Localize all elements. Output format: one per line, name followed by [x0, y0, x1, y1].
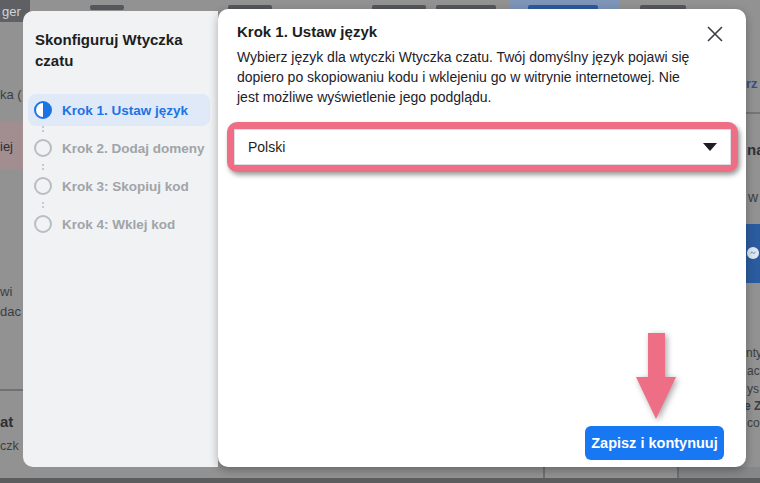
step-heading: Krok 1. Ustaw język [237, 23, 377, 40]
close-icon [706, 25, 724, 43]
step-description: Wybierz język dla wtyczki Wtyczka czatu.… [237, 47, 705, 107]
step-label: Krok 1. Ustaw język [62, 103, 188, 118]
step-circle-icon [34, 139, 52, 157]
language-select[interactable]: Polski [234, 129, 731, 165]
step-item-3[interactable]: Krok 3: Skopiuj kod [28, 170, 210, 202]
background-text-fragment: dac [0, 305, 21, 318]
annotation-highlight-box: Polski [227, 122, 738, 172]
annotation-arrow-shaft [648, 333, 665, 379]
dimmed-tab-text [90, 5, 124, 10]
language-select-value: Polski [248, 139, 285, 155]
background-text-fragment: co [747, 417, 760, 429]
step-label: Krok 4: Wklej kod [62, 217, 175, 232]
background-text-fragment: ka ( [0, 88, 22, 101]
save-continue-button[interactable]: Zapisz i kontynuuj [585, 426, 724, 460]
background-text-fragment: w [748, 190, 758, 204]
step-item-1[interactable]: Krok 1. Ustaw język [28, 94, 210, 126]
background-shade [679, 467, 760, 478]
step-circle-icon [34, 177, 52, 195]
background-text-fragment: at [0, 414, 13, 429]
messenger-icon [746, 224, 760, 283]
background-divider [746, 112, 760, 114]
background-text-fragment: na [747, 142, 760, 157]
step-item-2[interactable]: Krok 2. Dodaj domeny [28, 132, 210, 164]
chevron-down-icon [703, 143, 717, 151]
background-text-fragment: czk [0, 440, 19, 453]
step-list: Krok 1. Ustaw język Krok 2. Dodaj domeny… [28, 94, 210, 240]
step-label: Krok 2. Dodaj domeny [62, 141, 205, 156]
background-text-fragment: ger [2, 5, 21, 18]
background-divider [543, 467, 545, 478]
dialog-sidebar: Skonfiguruj Wtyczka czatu Krok 1. Ustaw … [23, 11, 218, 467]
dialog-title: Skonfiguruj Wtyczka czatu [23, 11, 218, 71]
background-bottom-band [0, 478, 760, 483]
close-button[interactable] [706, 25, 724, 43]
background-text-fragment: rz [746, 77, 758, 90]
background-text-fragment: ac [747, 365, 760, 377]
background-text-fragment: wi [0, 285, 12, 298]
screenshot-root: ger ka ( iej wi dac at czk rz na w nty a… [0, 0, 760, 483]
background-text-fragment: e Z [744, 400, 760, 412]
background-text-fragment: ys [747, 383, 759, 395]
background-text-fragment: iej [0, 140, 13, 153]
annotation-arrow-head [636, 377, 676, 419]
background-divider [0, 389, 23, 391]
step-label: Krok 3: Skopiuj kod [62, 179, 189, 194]
background-text-fragment: nty [746, 347, 760, 359]
step-item-4[interactable]: Krok 4: Wklej kod [28, 208, 210, 240]
dialog-content: Krok 1. Ustaw język Wybierz język dla wt… [218, 9, 746, 467]
step-progress-icon [34, 101, 52, 119]
step-circle-icon [34, 215, 52, 233]
